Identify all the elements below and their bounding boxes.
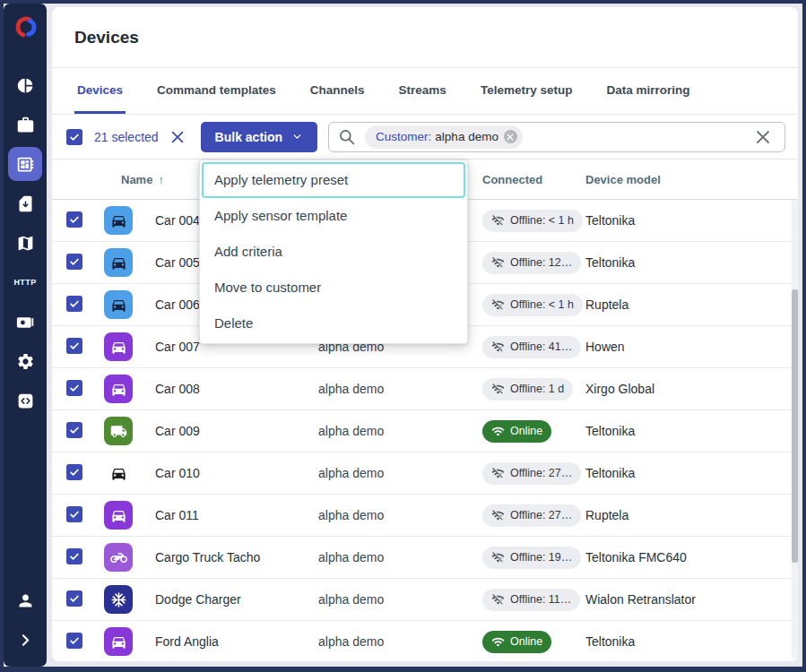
table-row[interactable]: Car 009 alpha demo Online Teltonika (52, 410, 798, 452)
close-icon (507, 134, 514, 141)
bulk-menu-item-move-to-customer[interactable]: Move to customer (200, 270, 467, 306)
search-input[interactable]: Customer: alpha demo (328, 122, 785, 152)
sidebar: HTTP (4, 4, 47, 667)
sidebar-item-settings[interactable] (4, 341, 47, 381)
sidebar-item-account[interactable] (4, 581, 47, 620)
connection-cell: Offline: 27… (482, 504, 585, 527)
bulk-menu-item-delete[interactable]: Delete (200, 306, 467, 341)
sidebar-item-dashboard[interactable] (4, 65, 47, 105)
sidebar-item-geofences[interactable] (4, 223, 47, 263)
wifi-off-icon (491, 214, 505, 228)
row-checkbox[interactable] (66, 548, 82, 564)
row-checkbox[interactable] (66, 380, 82, 396)
table-row[interactable]: Car 010 alpha demo Offline: 27… Teltonik… (52, 452, 798, 495)
select-all-checkbox[interactable] (66, 129, 82, 145)
device-customer: alpha demo (318, 592, 482, 607)
tab-channels[interactable]: Channels (308, 68, 368, 114)
connection-status-badge: Offline: 27… (482, 462, 581, 485)
row-checkbox[interactable] (66, 296, 82, 312)
page-title: Devices (74, 28, 139, 47)
app-logo[interactable] (11, 13, 39, 42)
search-filter-chip[interactable]: Customer: alpha demo (365, 125, 523, 149)
device-icon-cell (104, 332, 140, 361)
device-model: Ruptela (585, 508, 798, 522)
sidebar-expand-button[interactable] (4, 620, 47, 659)
table-row[interactable]: Cargo Truck Tacho alpha demo Offline: 19… (52, 537, 798, 579)
connection-status-badge: Offline: 1 d (482, 378, 573, 401)
car-icon (104, 501, 133, 530)
row-checkbox[interactable] (66, 464, 82, 480)
device-name: Dodge Charger (140, 592, 318, 607)
connection-status-label: Online (510, 425, 542, 437)
bulk-menu-item-add-criteria[interactable]: Add criteria (200, 234, 467, 270)
tab-devices[interactable]: Devices (74, 68, 126, 114)
check-icon (68, 131, 81, 143)
check-icon (68, 424, 81, 436)
search-clear-button[interactable] (754, 128, 772, 146)
device-customer: alpha demo (318, 508, 482, 522)
row-checkbox[interactable] (66, 633, 82, 649)
clear-selection-button[interactable] (169, 129, 186, 145)
connection-cell: Offline: 27… (482, 462, 585, 485)
connection-status-label: Offline: 41… (510, 340, 572, 353)
device-model: Teltonika (585, 255, 798, 270)
row-checkbox-cell (52, 590, 104, 608)
device-name: Car 010 (140, 466, 318, 480)
tab-streams[interactable]: Streams (396, 68, 449, 114)
bulk-menu-item-apply-telemetry-preset[interactable]: Apply telemetry preset (202, 162, 465, 198)
car-icon (104, 375, 133, 403)
sidebar-item-sim-cards[interactable] (4, 184, 47, 223)
wifi-off-icon (491, 593, 505, 607)
device-model: Teltonika (585, 424, 798, 438)
device-name: Cargo Truck Tacho (140, 550, 318, 564)
connection-status-badge: Offline: 27… (482, 504, 581, 527)
device-model: Teltonika (585, 466, 798, 480)
row-checkbox-cell (52, 464, 104, 482)
connection-status-badge: Offline: < 1 h (482, 294, 583, 316)
device-model: Teltonika (585, 213, 798, 228)
connection-status-label: Offline: 12… (510, 256, 572, 269)
sidebar-icons: HTTP (4, 65, 47, 420)
tab-command-templates[interactable]: Command templates (154, 68, 279, 114)
bulk-menu-item-apply-sensor-template[interactable]: Apply sensor template (200, 198, 467, 234)
wifi-icon (491, 425, 505, 438)
check-icon (68, 634, 81, 647)
device-customer: alpha demo (318, 382, 482, 396)
row-checkbox[interactable] (66, 590, 82, 607)
row-checkbox[interactable] (66, 254, 82, 270)
snowflake-icon (104, 585, 133, 614)
bulk-action-menu: Apply telemetry presetApply sensor templ… (199, 159, 468, 344)
chip-remove-button[interactable] (504, 130, 517, 143)
vertical-scrollbar-thumb[interactable] (792, 289, 798, 563)
devices-board-icon (16, 155, 35, 174)
bulk-action-button[interactable]: Bulk action (201, 122, 317, 152)
table-row[interactable]: Car 008 alpha demo Offline: 1 d Xirgo Gl… (52, 368, 798, 410)
device-customer: alpha demo (318, 634, 482, 649)
connection-status-badge: Online (482, 631, 551, 653)
row-checkbox[interactable] (66, 338, 82, 354)
device-model: Teltonika FMC640 (585, 550, 798, 564)
connection-status-label: Offline: 1 d (510, 383, 564, 395)
column-header-device-model[interactable]: Device model (585, 173, 798, 186)
row-checkbox-cell (52, 506, 104, 524)
table-row[interactable]: Dodge Charger alpha demo Offline: 11… Wi… (52, 579, 798, 621)
sidebar-item-integrations[interactable] (4, 381, 47, 420)
connection-status-label: Online (510, 635, 542, 648)
tab-data-mirroring[interactable]: Data mirroring (603, 68, 692, 114)
device-customer: alpha demo (318, 424, 482, 438)
table-row[interactable]: Car 011 alpha demo Offline: 27… Ruptela (52, 495, 798, 537)
sidebar-item-media[interactable] (4, 302, 47, 341)
sidebar-item-workspace[interactable] (4, 105, 47, 144)
sidebar-item-devices[interactable] (4, 144, 47, 184)
tab-telemetry-setup[interactable]: Telemetry setup (478, 68, 576, 114)
media-card-icon (16, 313, 35, 332)
row-checkbox-cell (52, 548, 104, 566)
connection-status-badge: Online (482, 420, 551, 443)
row-checkbox[interactable] (66, 422, 82, 438)
connection-cell: Offline: 41… (482, 336, 585, 358)
table-row[interactable]: Ford Anglia alpha demo Online Teltonika (52, 621, 798, 661)
column-header-connected[interactable]: Connected (482, 173, 585, 186)
row-checkbox[interactable] (66, 506, 82, 522)
row-checkbox[interactable] (66, 211, 82, 228)
sidebar-item-http[interactable]: HTTP (4, 263, 47, 302)
